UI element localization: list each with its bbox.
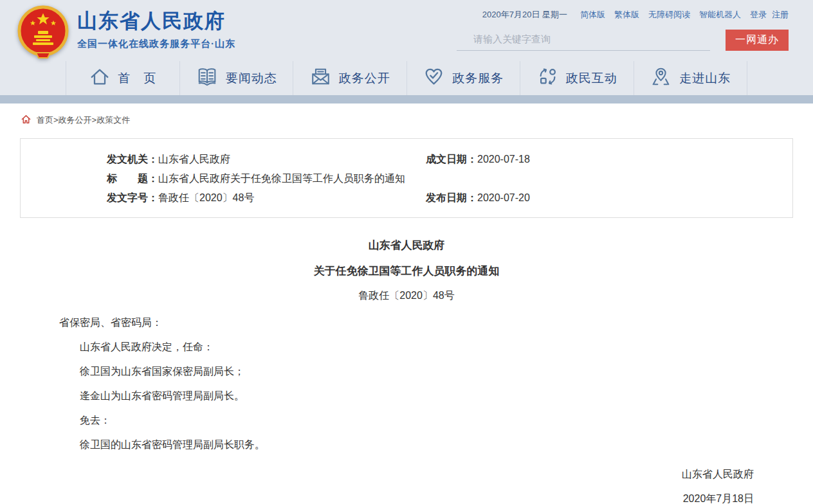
main-nav: 首 页 要闻动态 政务公开: [0, 61, 813, 95]
link-accessibility[interactable]: 无障碍阅读: [648, 9, 690, 21]
publish-date-value: 2020-07-20: [477, 192, 530, 203]
paragraph: 徐卫国为山东省国家保密局副局长；: [59, 366, 754, 377]
doc-number-label: 发文字号：: [107, 192, 158, 203]
meta-row: 发文机关：山东省人民政府 成文日期：2020-07-18: [21, 150, 792, 169]
written-date-label: 成文日期：: [426, 154, 477, 165]
nav-item-home[interactable]: 首 页: [66, 61, 179, 95]
one-net-access-button[interactable]: 一网通办: [726, 30, 789, 51]
header-right: 2020年7月20日 星期一 简体版 繁体版 无障碍阅读 智能机器人 登录 注册…: [448, 0, 789, 61]
link-simplified-chinese[interactable]: 简体版: [580, 9, 605, 21]
meta-row: 标 题：山东省人民政府关于任免徐卫国等工作人员职务的通知: [21, 169, 792, 188]
link-smart-robot[interactable]: 智能机器人: [699, 9, 741, 21]
site-subtitle: 全国一体化在线政务服务平台·山东: [77, 38, 235, 50]
interaction-arrows-icon: [536, 66, 559, 91]
envelope-icon: [309, 66, 332, 91]
national-emblem-icon: [17, 5, 69, 59]
nav-item-gov-services[interactable]: 政务服务: [406, 61, 520, 95]
doc-title-label: 标 题：: [107, 173, 158, 184]
document-number: 鲁政任〔2020〕48号: [59, 291, 754, 301]
nav-item-label: 政务公开: [339, 70, 390, 87]
nav-item-label: 走进山东: [679, 70, 731, 87]
map-pin-icon: [650, 66, 672, 91]
link-traditional-chinese[interactable]: 繁体版: [614, 9, 639, 21]
nav-item-label: 要闻动态: [226, 70, 277, 87]
nav-item-label: 政民互动: [566, 70, 617, 87]
paragraph: 省保密局、省密码局：: [59, 318, 754, 328]
news-icon: [196, 66, 219, 91]
publish-date-label: 发布日期：: [426, 192, 477, 203]
document-meta-box: 发文机关：山东省人民政府 成文日期：2020-07-18 标 题：山东省人民政府…: [20, 138, 793, 218]
home-icon: [89, 66, 111, 91]
document-title-line2: 关于任免徐卫国等工作人员职务的通知: [59, 266, 754, 276]
issuing-agency-value: 山东省人民政府: [158, 154, 230, 165]
document-title-line1: 山东省人民政府: [59, 240, 754, 251]
nav-item-about-shandong[interactable]: 走进山东: [634, 61, 748, 95]
site-brand[interactable]: 山东省人民政府 全国一体化在线政务服务平台·山东: [17, 0, 235, 61]
doc-number-value: 鲁政任〔2020〕48号: [158, 192, 254, 203]
issuing-agency-label: 发文机关：: [107, 154, 158, 165]
paragraph: 徐卫国的山东省密码管理局副局长职务。: [59, 440, 754, 450]
doc-title-value: 山东省人民政府关于任免徐卫国等工作人员职务的通知: [158, 173, 405, 184]
written-date-value: 2020-07-18: [477, 154, 530, 165]
paragraph: 山东省人民政府决定，任命：: [59, 342, 754, 352]
search-input[interactable]: [457, 30, 710, 51]
nav-item-news[interactable]: 要闻动态: [179, 61, 293, 95]
top-utility-bar: 2020年7月20日 星期一 简体版 繁体版 无障碍阅读 智能机器人 登录 注册: [448, 9, 789, 21]
document-body: 山东省人民政府 关于任免徐卫国等工作人员职务的通知 鲁政任〔2020〕48号 省…: [0, 218, 813, 504]
paragraph: 逄金山为山东省密码管理局副局长。: [59, 391, 754, 401]
breadcrumb: 首页>政务公开>政策文件: [0, 104, 813, 134]
breadcrumb-path[interactable]: 首页>政务公开>政策文件: [37, 114, 130, 126]
nav-item-label: 首 页: [118, 70, 156, 87]
nav-item-interaction[interactable]: 政民互动: [520, 61, 634, 95]
signature-block: 山东省人民政府 2020年7月18日 （此件公开发布）: [59, 469, 754, 504]
heart-check-icon: [423, 66, 445, 91]
current-date: 2020年7月20日 星期一: [482, 9, 567, 21]
meta-row: 发文字号：鲁政任〔2020〕48号 发布日期：2020-07-20: [21, 188, 792, 208]
nav-item-gov-info[interactable]: 政务公开: [293, 61, 406, 95]
nav-item-label: 政务服务: [452, 70, 504, 87]
link-login[interactable]: 登录: [750, 9, 767, 21]
link-register[interactable]: 注册: [772, 9, 789, 21]
paragraph: 免去：: [59, 415, 754, 426]
signature-date: 2020年7月18日: [59, 494, 754, 504]
site-title: 山东省人民政府: [77, 10, 235, 33]
nav-divider-strip: [0, 95, 813, 104]
site-header: 山东省人民政府 全国一体化在线政务服务平台·山东 2020年7月20日 星期一 …: [0, 0, 813, 61]
breadcrumb-home-icon[interactable]: [21, 114, 31, 126]
signature-org: 山东省人民政府: [59, 469, 754, 480]
